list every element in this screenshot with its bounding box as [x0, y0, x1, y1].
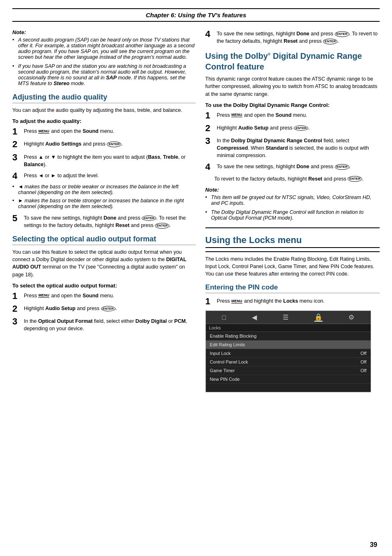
step-content-5: To save the new settings, highlight Done… [24, 213, 196, 229]
optical-audio-body: You can use this feature to select the o… [12, 248, 196, 278]
step-1-pin: 1 Press MENU and highlight the Locks men… [205, 297, 380, 306]
enter-btn-d2: ENTER [294, 125, 308, 131]
two-column-layout: Note: A second audio program (SAP) can b… [12, 29, 380, 392]
menu-icon-gear: ⚙ [348, 313, 354, 321]
menu-icon-o1: MENU [38, 294, 49, 298]
step-content-1: Press MENU and open the Sound menu. [24, 127, 196, 135]
locks-title: Using the Locks menu [205, 235, 380, 248]
audio-quality-subsection: To adjust the audio quality: [12, 118, 196, 124]
bullet-item-right: ► makes the bass or treble stronger or i… [12, 198, 196, 209]
step-num-3: 3 [12, 153, 21, 162]
menu-icon-tv: □ [222, 314, 226, 321]
menu-row-input-lock[interactable]: Input Lock Off [206, 349, 371, 358]
step-content-d2: Highlight Audio Setup and press ENTER. [217, 123, 380, 132]
step-num-d1: 1 [205, 111, 214, 120]
menu-row-label-control: Control Panel Lock [210, 359, 248, 364]
step-num-5: 5 [12, 213, 21, 223]
step-num-4: 4 [12, 171, 21, 181]
menu-section-label: Locks [206, 324, 371, 332]
page: Chapter 6: Using the TV's features Note:… [0, 0, 392, 409]
step-5-audio: 5 To save the new settings, highlight Do… [12, 213, 196, 229]
step-num-d2: 2 [205, 123, 214, 133]
menu-row-label-game: Game Timer [210, 368, 235, 373]
menu-screenshot: □ ◀ ☰ 🔒 ⚙ Locks Enable Rating Blocking E… [205, 310, 371, 392]
menu-icon: MENU [38, 130, 49, 134]
enter-button: ENTER [107, 141, 121, 147]
left-column: Note: A second audio program (SAP) can b… [12, 29, 196, 392]
step-content-d1: Press MENU and open the Sound menu. [217, 111, 380, 119]
menu-icon-d1: MENU [231, 113, 242, 117]
dolby-note-list: This item will be grayed out for NTSC si… [205, 195, 380, 221]
enter-button-3: ENTER [155, 223, 169, 229]
menu-row-game-timer[interactable]: Game Timer Off [206, 366, 371, 375]
menu-top-bar: □ ◀ ☰ 🔒 ⚙ [206, 311, 371, 324]
step-4-audio: 4 Press ◄ or ► to adjust the level. [12, 171, 196, 181]
note-item-2: If you have SAP on and the station you a… [12, 63, 196, 86]
menu-icon-back: ◀ [252, 313, 257, 321]
divider-locks [205, 227, 380, 228]
divider-locks-bottom [205, 251, 380, 252]
menu-row-value-control: Off [360, 359, 366, 364]
chapter-header: Chapter 6: Using the TV's features [12, 8, 380, 22]
locks-body: The Locks menu includes the Enable Ratin… [205, 255, 380, 278]
dolby-note-label: Note: [205, 187, 380, 193]
step-num-p1: 1 [205, 297, 214, 306]
menu-row-label-edit: Edit Rating Limits [210, 342, 245, 347]
right-column: 4 To save the new settings, highlight Do… [205, 29, 380, 392]
note-list: A second audio program (SAP) can be hear… [12, 37, 196, 86]
step-content-4: Press ◄ or ► to adjust the level. [24, 171, 196, 179]
step-num-d3: 3 [205, 136, 214, 146]
step-num-o3: 3 [12, 317, 21, 327]
dolby-note-item-2: The Dolby Digital Dynamic Range Control … [205, 209, 380, 221]
step-num-top4: 4 [205, 29, 214, 39]
step-1-dolby: 1 Press MENU and open the Sound menu. [205, 111, 380, 120]
step-2-optical: 2 Highlight Audio Setup and press ENTER. [12, 304, 196, 314]
bullet-item-left: ◄ makes the bass or treble weaker or inc… [12, 184, 196, 195]
step-num-o1: 1 [12, 291, 21, 301]
step-num-2: 2 [12, 139, 21, 149]
optical-audio-title: Selecting the optical audio output forma… [12, 235, 196, 245]
step-num-1: 1 [12, 127, 21, 137]
audio-quality-body: You can adjust the audio quality by adju… [12, 107, 196, 114]
dolby-body: This dynamic range control feature cause… [205, 75, 380, 97]
step-2-audio: 2 Highlight Audio Settings and press ENT… [12, 139, 196, 149]
step-3-optical: 3 In the Optical Output Format field, se… [12, 317, 196, 332]
menu-row-label-enable: Enable Rating Blocking [210, 334, 257, 338]
menu-row-value-input: Off [360, 351, 366, 356]
menu-row-label-input: Input Lock [210, 351, 231, 356]
menu-icon-list: ☰ [283, 313, 288, 321]
chapter-title: Chapter 6: Using the TV's features [146, 12, 246, 19]
menu-row-edit-rating[interactable]: Edit Rating Limits [206, 341, 371, 349]
step-2-dolby: 2 Highlight Audio Setup and press ENTER. [205, 123, 380, 133]
enter-btn-top4: ENTER [335, 31, 349, 37]
step-content-o3: In the Optical Output Format field, sele… [24, 317, 196, 332]
optical-audio-subsection: To select the optical audio output forma… [12, 283, 196, 289]
step-num-d4: 4 [205, 162, 214, 172]
dolby-subsection: To use the Dolby Digital Dynamic Range C… [205, 102, 380, 108]
step-3-dolby: 3 In the Dolby Digital Dynamic Range Con… [205, 136, 380, 159]
menu-icon-p1: MENU [231, 299, 242, 303]
dolby-revert-text: To revert to the factory defaults, highl… [214, 175, 380, 183]
bullet-list-audio: ◄ makes the bass or treble weaker or inc… [12, 184, 196, 209]
step-content-o1: Press MENU and open the Sound menu. [24, 291, 196, 299]
enter-button-2: ENTER [142, 215, 156, 221]
enter-btn-d-revert: ENTER [348, 176, 362, 182]
step-content-2: Highlight Audio Settings and press ENTER… [24, 139, 196, 148]
step-content-3: Press ▲ or ▼ to highlight the item you w… [24, 153, 196, 168]
step-3-audio: 3 Press ▲ or ▼ to highlight the item you… [12, 153, 196, 168]
menu-row-value-game: Off [360, 368, 366, 373]
menu-icon-lock: 🔒 [314, 313, 323, 322]
step-content-d4: To save the new settings, highlight Done… [217, 162, 380, 170]
enter-button-o2: ENTER [101, 306, 115, 312]
step-1-audio: 1 Press MENU and open the Sound menu. [12, 127, 196, 137]
step-num-o2: 2 [12, 304, 21, 314]
registered-mark: ® [268, 53, 271, 57]
audio-quality-title: Adjusting the audio quality [12, 93, 196, 103]
menu-row-enable-rating[interactable]: Enable Rating Blocking [206, 332, 371, 341]
step-content-d3: In the Dolby Digital Dynamic Range Contr… [217, 136, 380, 159]
enter-btn-top4b: ENTER [323, 39, 337, 44]
menu-row-pin-code[interactable]: New PIN Code [206, 375, 371, 384]
menu-row-control-panel[interactable]: Control Panel Lock Off [206, 358, 371, 366]
step-4-save-top: 4 To save the new settings, highlight Do… [205, 29, 380, 45]
page-number: 39 [370, 541, 377, 549]
